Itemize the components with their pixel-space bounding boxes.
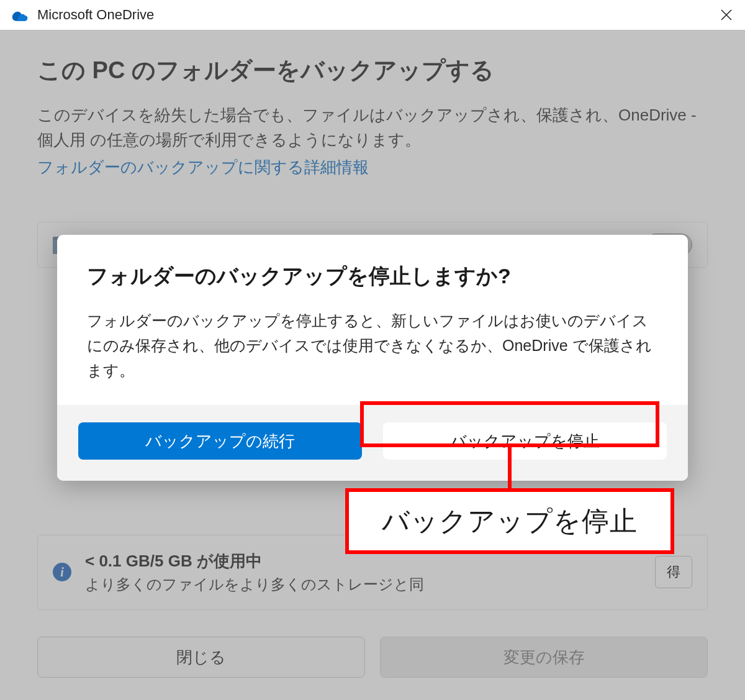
onedrive-window: Microsoft OneDrive この PC のフォルダーをバックアップする… — [0, 0, 745, 700]
titlebar: Microsoft OneDrive — [0, 0, 745, 30]
save-changes-button[interactable]: 変更の保存 — [380, 637, 708, 678]
continue-backup-button[interactable]: バックアップの続行 — [78, 422, 362, 460]
close-button[interactable]: 閉じる — [37, 637, 365, 678]
usage-text: < 0.1 GB/5 GB が使用中 より多くのファイルをより多くのストレージと… — [85, 550, 424, 594]
modal-description: フォルダーのバックアップを停止すると、新しいファイルはお使いのデバイスにのみ保存… — [87, 308, 658, 383]
onedrive-icon — [11, 6, 29, 24]
modal-title: フォルダーのバックアップを停止しますか? — [87, 262, 658, 291]
usage-subtitle: より多くのファイルをより多くのストレージと同 — [85, 575, 424, 594]
close-icon[interactable] — [708, 0, 745, 30]
get-storage-button[interactable]: 得 — [655, 556, 692, 588]
modal-body: フォルダーのバックアップを停止しますか? フォルダーのバックアップを停止すると、… — [57, 235, 688, 405]
stop-backup-button[interactable]: バックアップを停止 — [383, 422, 667, 460]
modal-actions: バックアップの続行 バックアップを停止 — [57, 405, 688, 481]
page-title: この PC のフォルダーをバックアップする — [37, 55, 708, 86]
bottom-button-bar: 閉じる 変更の保存 — [37, 637, 708, 678]
callout-text: バックアップを停止 — [382, 503, 638, 540]
page-description: このデバイスを紛失した場合でも、ファイルはバックアップされ、保護され、OneDr… — [37, 102, 708, 153]
learn-more-link[interactable]: フォルダーのバックアップに関する詳細情報 — [37, 157, 369, 178]
stop-backup-modal: フォルダーのバックアップを停止しますか? フォルダーのバックアップを停止すると、… — [57, 235, 688, 481]
window-title: Microsoft OneDrive — [37, 7, 708, 23]
highlight-callout: バックアップを停止 — [345, 488, 674, 554]
info-icon: i — [53, 563, 71, 581]
